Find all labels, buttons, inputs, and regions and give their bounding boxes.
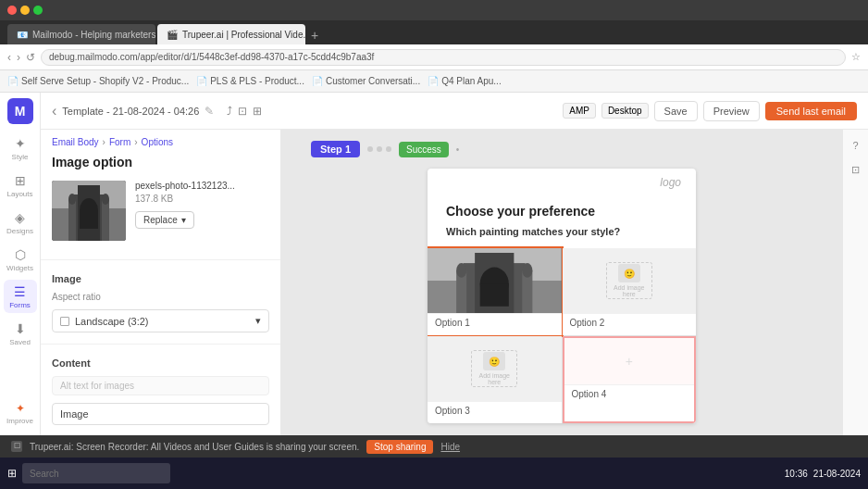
desktop-badge[interactable]: Desktop — [601, 103, 649, 119]
email-options-grid: Option 1 🙂 Add image here Option 2 — [428, 248, 696, 423]
email-option-3[interactable]: 🙂 Add image here Option 3 — [428, 336, 562, 423]
bookmark-customer[interactable]: 📄 Customer Conversati... — [312, 76, 420, 86]
step-dot-1 — [367, 146, 373, 152]
tab-trupeer[interactable]: 🎬 Trupeer.ai | Professional Vide... ✕ — [157, 24, 305, 44]
aspect-ratio-inner: Landscape (3:2) — [60, 316, 149, 327]
options-icon[interactable]: ⊡ — [238, 105, 247, 118]
bookmark-shopify[interactable]: 📄 Self Serve Setup - Shopify V2 - Produc… — [7, 76, 189, 86]
breadcrumb: Email Body › Form › Options — [41, 130, 280, 151]
right-panel-icon-1[interactable]: ? — [846, 135, 866, 156]
bookmark-q4[interactable]: 📄 Q4 Plan Apu... — [428, 76, 502, 86]
start-button[interactable]: ⊞ — [7, 467, 17, 480]
breadcrumb-options[interactable]: Options — [142, 137, 173, 147]
tab-mailmodo[interactable]: 📧 Mailmodo - Helping marketers... ✕ — [7, 24, 155, 44]
option-1-label: Option 1 — [428, 313, 562, 335]
sidebar-item-style[interactable]: ✦ Style — [4, 132, 37, 165]
aspect-ratio-select[interactable]: Landscape (3:2) ▾ — [52, 309, 269, 332]
edit-template-icon[interactable]: ✎ — [205, 105, 214, 118]
minimize-dot[interactable] — [20, 6, 30, 15]
refresh-button[interactable]: ↺ — [26, 51, 35, 64]
template-name: Template - 21-08-2024 - 04:26 — [62, 106, 199, 117]
send-button[interactable]: Send last email — [765, 102, 857, 120]
svg-rect-8 — [102, 199, 109, 241]
add-image-icon-2: 🙂 — [618, 264, 640, 282]
back-nav-icon[interactable]: ‹ — [52, 103, 56, 119]
notification-checkbox: ☐ — [11, 441, 22, 452]
email-title: Choose your preference — [428, 189, 696, 226]
layouts-icon: ⊞ — [15, 173, 26, 188]
email-option-1[interactable]: Option 1 — [428, 248, 562, 335]
email-option-2[interactable]: 🙂 Add image here Option 2 — [563, 248, 697, 335]
add-image-text-3: Add image here — [472, 372, 516, 385]
new-tab-button[interactable]: + — [307, 26, 322, 44]
saved-label: Saved — [9, 338, 31, 346]
hide-link[interactable]: Hide — [440, 442, 460, 452]
tab-bar: 📧 Mailmodo - Helping marketers... ✕ 🎬 Tr… — [0, 20, 868, 44]
sidebar-item-widgets[interactable]: ⬡ Widgets — [4, 243, 37, 276]
link-input[interactable] — [52, 403, 269, 425]
option-1-svg — [428, 248, 562, 313]
image-size: 137.8 KB — [135, 194, 269, 204]
save-button[interactable]: Save — [654, 101, 698, 121]
more-icon[interactable]: ⊞ — [253, 105, 262, 118]
image-section-label: Image — [41, 268, 280, 288]
left-nav: M ✦ Style ⊞ Layouts ◈ Designs ⬡ Widgets … — [0, 93, 41, 435]
forms-icon: ☰ — [14, 284, 26, 299]
taskbar-time: 10:36 — [785, 469, 808, 479]
bookmark-pls[interactable]: 📄 PLS & PLS - Product... — [196, 76, 304, 86]
tab-favicon: 📧 — [17, 30, 28, 40]
bookmark-star-icon[interactable]: ☆ — [851, 51, 861, 63]
tab-label: Mailmodo - Helping marketers... — [32, 30, 155, 40]
preview-button[interactable]: Preview — [703, 101, 760, 121]
add-image-text-2: Add image here — [607, 284, 651, 297]
bookmarks-bar: 📄 Self Serve Setup - Shopify V2 - Produc… — [0, 70, 868, 93]
window-controls — [7, 6, 43, 15]
svg-point-10 — [102, 194, 109, 205]
forward-button[interactable]: › — [17, 51, 20, 64]
tab-label-active: Trupeer.ai | Professional Vide... — [182, 30, 305, 40]
sidebar-item-saved[interactable]: ⬇ Saved — [4, 317, 37, 350]
right-panel-icon-2[interactable]: ⊡ — [846, 159, 866, 180]
share-icon[interactable]: ⤴ — [227, 105, 232, 118]
maximize-dot[interactable] — [33, 6, 43, 15]
divider-2 — [41, 344, 280, 345]
bookmark-pls-icon: 📄 — [196, 76, 207, 86]
option-4-image: + — [564, 338, 695, 384]
address-input[interactable] — [41, 49, 846, 66]
forms-label: Forms — [9, 301, 31, 309]
divider-1 — [41, 259, 280, 260]
option-3-add-frame: 🙂 Add image here — [471, 350, 517, 387]
sidebar-item-designs[interactable]: ◈ Designs — [4, 206, 37, 239]
sidebar-item-forms[interactable]: ☰ Forms — [4, 280, 37, 313]
step-dot-3 — [386, 146, 391, 152]
address-bar: ‹ › ↺ ☆ — [0, 44, 868, 70]
bookmark-icon: 📄 — [7, 76, 19, 86]
email-option-4[interactable]: + Option 4 — [563, 336, 697, 423]
svg-rect-7 — [68, 199, 76, 241]
thumbnail-svg — [52, 181, 126, 241]
designs-icon: ◈ — [15, 210, 25, 225]
replace-button[interactable]: Replace ▾ — [135, 211, 194, 229]
step-dot-2 — [377, 146, 382, 152]
step-badge: Step 1 — [311, 141, 360, 157]
content-section-label: Content — [41, 352, 280, 372]
success-badge: Success — [399, 142, 449, 157]
back-button[interactable]: ‹ — [7, 51, 11, 64]
panel-title: Image option — [41, 151, 280, 181]
aspect-ratio-value: Landscape (3:2) — [75, 316, 149, 327]
amp-badge[interactable]: AMP — [563, 103, 596, 119]
option-2-image: 🙂 Add image here — [563, 248, 697, 313]
close-dot[interactable] — [7, 6, 17, 15]
taskbar-search[interactable] — [22, 463, 170, 483]
saved-icon: ⬇ — [15, 321, 26, 336]
sidebar-item-improve[interactable]: ✦ Improve — [4, 396, 37, 430]
step-bar: Step 1 Success • — [311, 141, 459, 157]
toolbar: ‹ Template - 21-08-2024 - 04:26 ✎ ⤴ ⊡ ⊞ … — [41, 93, 868, 130]
option-2-label: Option 2 — [563, 313, 697, 335]
breadcrumb-email-body[interactable]: Email Body — [52, 137, 99, 147]
sidebar-item-layouts[interactable]: ⊞ Layouts — [4, 169, 37, 202]
left-panel: Email Body › Form › Options Image option — [41, 130, 281, 435]
breadcrumb-form[interactable]: Form — [109, 137, 130, 147]
replace-label: Replace — [143, 215, 178, 225]
stop-sharing-button[interactable]: Stop sharing — [366, 440, 433, 454]
